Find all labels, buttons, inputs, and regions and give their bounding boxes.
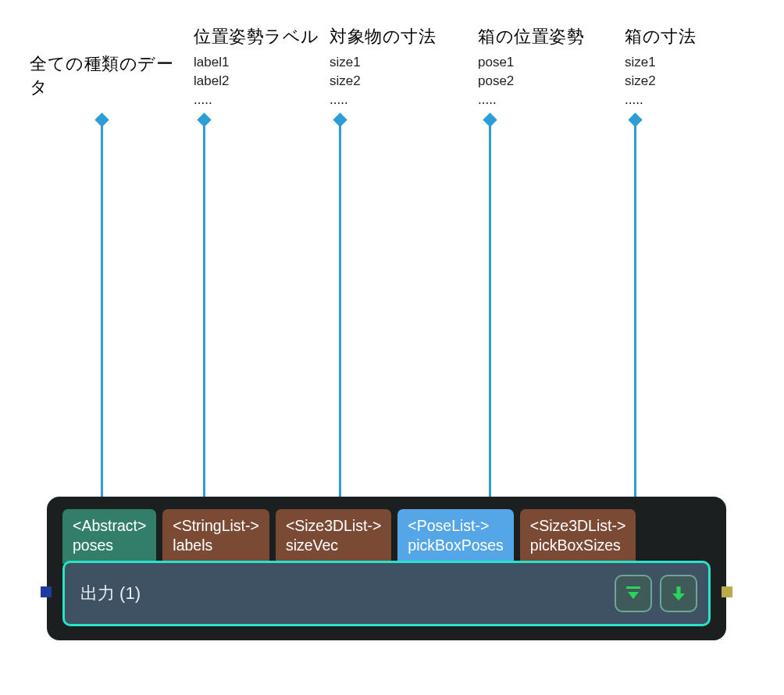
anno-title: 対象物の寸法 xyxy=(330,25,486,48)
anno-ellipsis: ..... xyxy=(478,91,634,109)
anno-target-size: 対象物の寸法 size1 size2 ..... xyxy=(330,25,486,109)
port-name-label: pickBoxSizes xyxy=(530,536,625,555)
anno-title: 箱の寸法 xyxy=(625,25,781,48)
port-name-label: labels xyxy=(173,536,259,555)
anno-sub: size2 xyxy=(625,72,781,91)
port-name-label: sizeVec xyxy=(286,536,381,555)
output-stud-icon[interactable] xyxy=(722,586,732,597)
port-type-label: <Abstract> xyxy=(73,516,146,536)
connector-line xyxy=(634,122,636,511)
svg-rect-0 xyxy=(626,586,640,589)
connector-line xyxy=(203,122,205,511)
connector-line xyxy=(101,122,103,511)
anno-box-size: 箱の寸法 size1 size2 ..... xyxy=(625,25,781,109)
svg-marker-3 xyxy=(672,593,685,601)
anno-sub: size2 xyxy=(330,72,486,91)
svg-rect-2 xyxy=(677,586,681,594)
anno-ellipsis: ..... xyxy=(194,91,350,109)
anno-box-pose: 箱の位置姿勢 pose1 pose2 ..... xyxy=(478,25,634,109)
port-name-label: pickBoxPoses xyxy=(408,536,503,555)
port-pickboxsizes[interactable]: <Size3DList-> pickBoxSizes xyxy=(520,509,636,564)
port-type-label: <Size3DList-> xyxy=(286,516,381,536)
anno-ellipsis: ..... xyxy=(625,91,781,109)
connector-line xyxy=(339,122,341,511)
port-labels[interactable]: <StringList-> labels xyxy=(162,509,269,564)
input-stud-icon[interactable] xyxy=(41,586,52,597)
port-row: <Abstract> poses <StringList-> labels <S… xyxy=(62,509,636,564)
diagram-canvas: 全ての種類のデータ 位置姿勢ラベル label1 label2 ..... 対象… xyxy=(0,0,784,695)
anno-sub: label2 xyxy=(194,72,350,91)
port-type-label: <PoseList-> xyxy=(408,516,503,536)
port-sizevec[interactable]: <Size3DList-> sizeVec xyxy=(276,509,391,564)
arrow-down-button[interactable] xyxy=(660,575,697,612)
port-type-label: <StringList-> xyxy=(173,516,259,536)
anno-sub: pose1 xyxy=(478,53,634,73)
node-title: 出力 (1) xyxy=(65,582,615,605)
svg-marker-1 xyxy=(628,592,639,599)
node-block[interactable]: <Abstract> poses <StringList-> labels <S… xyxy=(47,497,726,640)
anno-sub: size1 xyxy=(330,53,486,73)
anno-title: 位置姿勢ラベル xyxy=(194,25,350,48)
anno-ellipsis: ..... xyxy=(330,91,486,109)
arrow-down-icon xyxy=(670,585,687,602)
anno-sub: label1 xyxy=(194,53,350,73)
port-type-label: <Size3DList-> xyxy=(530,516,625,536)
port-name-label: poses xyxy=(73,536,146,555)
anno-title: 箱の位置姿勢 xyxy=(478,25,634,48)
node-body[interactable]: 出力 (1) xyxy=(62,561,711,626)
anno-sub: size1 xyxy=(625,53,781,73)
port-pickboxposes[interactable]: <PoseList-> pickBoxPoses xyxy=(397,509,513,564)
expand-down-icon xyxy=(625,585,642,602)
connector-line xyxy=(489,122,491,511)
expand-down-button[interactable] xyxy=(615,575,652,612)
port-poses[interactable]: <Abstract> poses xyxy=(62,509,156,564)
anno-title: 全ての種類のデータ xyxy=(30,52,186,98)
anno-all-data: 全ての種類のデータ xyxy=(30,52,186,103)
anno-pose-label: 位置姿勢ラベル label1 label2 ..... xyxy=(194,25,350,109)
anno-sub: pose2 xyxy=(478,72,634,91)
